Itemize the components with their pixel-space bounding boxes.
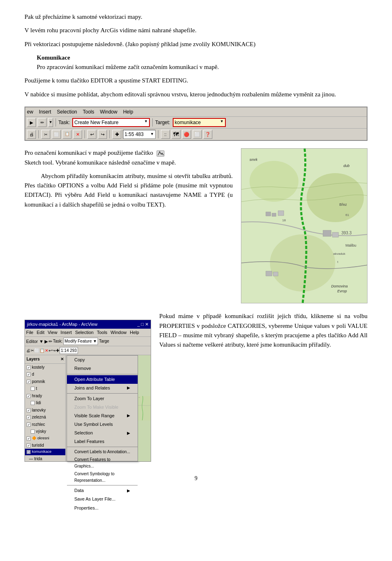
- layer-item-t[interactable]: t: [25, 385, 65, 392]
- arcview-screenshot: jirkov-mapicka1 - ArcMap - ArcView _ □ ✕…: [24, 320, 151, 462]
- layer-item-hrady[interactable]: hrady: [25, 392, 65, 400]
- delete-btn[interactable]: ✕: [73, 130, 82, 139]
- svg-rect-6: [266, 212, 271, 216]
- layer-checkbox[interactable]: [27, 372, 31, 376]
- cm-selection-arrow-icon: ▶: [127, 430, 130, 436]
- add-btn[interactable]: ✚: [112, 130, 121, 139]
- layer-checkbox[interactable]: [27, 380, 31, 384]
- av-task-label: Task:: [53, 338, 62, 345]
- cm-convert-symbology[interactable]: Convert Symbology to Representation...: [67, 470, 138, 484]
- layer-item-pomnik[interactable]: pomnik: [25, 378, 65, 385]
- cm-save-layer[interactable]: Save As Layer File...: [67, 495, 138, 503]
- layer-item-lidi[interactable]: lidi: [25, 399, 65, 407]
- cm-joins-relates[interactable]: Joins and Relates ▶: [67, 384, 138, 392]
- target-dropdown[interactable]: komunikace ▼: [173, 118, 226, 127]
- scale-dropdown[interactable]: 1:55 483 ▼: [123, 130, 156, 139]
- print-btn[interactable]: 🖨: [27, 130, 36, 139]
- av-menu-insert[interactable]: Insert: [60, 329, 72, 336]
- layer-checkbox[interactable]: [31, 430, 35, 434]
- layer-checkbox[interactable]: [27, 443, 31, 447]
- task-dropdown[interactable]: Create New Feature ▼: [72, 118, 150, 127]
- av-menu-selection[interactable]: Selection: [75, 329, 94, 336]
- menu-selection[interactable]: Selection: [57, 108, 77, 116]
- pencil-dropdown-btn[interactable]: ▼: [48, 118, 53, 127]
- target-arrow-icon: ▼: [220, 119, 224, 127]
- arcview-menubar: File Edit View Insert Selection Tools Wi…: [25, 329, 151, 337]
- cm-convert-features[interactable]: Convert Features to Graphics...: [67, 456, 138, 470]
- arrow-tool-btn[interactable]: ▶: [27, 118, 36, 127]
- layer-item-turistid[interactable]: turistid: [25, 442, 65, 449]
- cm-convert-labels[interactable]: Convert Labels to Annotation...: [67, 448, 138, 456]
- av-menu-window[interactable]: Window: [111, 329, 127, 336]
- layer-checkbox[interactable]: [27, 408, 31, 412]
- layer-checkbox[interactable]: [27, 415, 31, 419]
- cut-btn[interactable]: ✂: [41, 130, 50, 139]
- cm-sep-4: [67, 485, 138, 485]
- av-menu-edit[interactable]: Edit: [37, 329, 45, 336]
- cm-zoom-layer[interactable]: Zoom To Layer: [67, 394, 138, 403]
- menu-window[interactable]: Window: [100, 108, 118, 116]
- layer-checkbox[interactable]: [31, 401, 35, 405]
- menu-tools[interactable]: Tools: [83, 108, 94, 116]
- bottom-right-text: Pokud máme v případě komunikací rozlišit…: [159, 312, 368, 462]
- two-column-section: Pro označení komunikací v mapě použijeme…: [24, 148, 368, 303]
- cm-remove[interactable]: Remove: [67, 364, 138, 373]
- tool-2-btn[interactable]: 🗺: [172, 130, 180, 139]
- layer-item-kostely[interactable]: kostely: [25, 364, 65, 371]
- menu-insert[interactable]: Insert: [39, 108, 51, 116]
- layer-checkbox[interactable]: [31, 387, 35, 391]
- av-target-label: Targe: [99, 338, 109, 345]
- cm-open-attribute-table[interactable]: Open Attribute Table: [67, 375, 138, 384]
- layer-item-rozhlec[interactable]: rozhlec: [25, 421, 65, 428]
- layer-item-vysky[interactable]: výsky: [25, 428, 65, 435]
- layer-item-komunikace[interactable]: komunikace: [25, 449, 65, 455]
- cm-properties[interactable]: Properties...: [67, 504, 138, 512]
- toolbar-row2: 🖨 ✂ ⬜ 📋 ✕ ↩ ↪ ✚ 1:55 483 ▼ :: 🗺 🔴 ⬜ ❓: [25, 129, 367, 140]
- paste-btn[interactable]: 📋: [62, 130, 71, 139]
- cm-label-features[interactable]: Label Features: [67, 437, 138, 446]
- layer-item-okresni[interactable]: 🔶 okresni: [25, 435, 65, 442]
- arcview-sidebar: Layers ✕ kostely d: [25, 355, 66, 461]
- layer-item-zelezna[interactable]: zelezná: [25, 414, 65, 421]
- edit-pencil-btn[interactable]: ✏: [38, 118, 47, 127]
- av-editor-btn[interactable]: Editor ▼: [26, 338, 44, 345]
- tool-5-btn[interactable]: ❓: [203, 130, 212, 139]
- av-cut-icon: ✂: [31, 347, 34, 354]
- tool-3-btn[interactable]: 🔴: [182, 130, 191, 139]
- layer-item-lanovky[interactable]: lanovky: [25, 407, 65, 414]
- right-column: smrk dub Břez Domovina Evrop akvaduk t M…: [241, 148, 368, 303]
- redo-btn[interactable]: ↪: [98, 130, 107, 139]
- toolbar-menubar: ew Insert Selection Tools Window Help: [25, 107, 367, 117]
- cm-data[interactable]: Data ▶: [67, 486, 138, 495]
- menu-ew[interactable]: ew: [27, 108, 33, 116]
- undo-btn[interactable]: ↩: [87, 130, 96, 139]
- paragraph-5: Použijeme k tomu tlačítko EDITOR a spust…: [24, 76, 368, 85]
- svg-text:dub: dub: [343, 164, 350, 168]
- layer-checkbox[interactable]: [27, 365, 31, 370]
- av-menu-help[interactable]: Help: [130, 329, 139, 336]
- av-menu-view[interactable]: View: [48, 329, 58, 336]
- copy-btn[interactable]: ⬜: [52, 130, 61, 139]
- cm-visible-scale[interactable]: Visible Scale Range ▶: [67, 412, 138, 420]
- cm-selection[interactable]: Selection ▶: [67, 429, 138, 437]
- layer-checkbox[interactable]: [27, 394, 31, 398]
- layer-checkbox[interactable]: [27, 450, 31, 454]
- arcview-toolbar-1: Editor ▼ ▶ ✏ Task: Modify Feature ▼ Targ…: [25, 337, 151, 346]
- separator-6: [158, 130, 158, 138]
- context-menu[interactable]: Copy Remove Open Attribute Table Joins a…: [67, 355, 138, 461]
- layer-item-d[interactable]: d: [25, 371, 65, 378]
- layer-checkbox[interactable]: [27, 423, 31, 427]
- cm-copy[interactable]: Copy: [67, 356, 138, 364]
- arcview-toolbar-2: 🖨 ✂ ⬜ 📋 ✕ ↩ ↪ ✚ 1:14 293: [25, 346, 151, 356]
- svg-point-5: [270, 234, 335, 292]
- separator-2: [152, 118, 153, 127]
- menu-help[interactable]: Help: [123, 108, 133, 116]
- av-add-icon: ✚: [56, 347, 59, 354]
- tool-4-btn[interactable]: ⬜: [193, 130, 202, 139]
- cm-symbol-levels[interactable]: Use Symbol Levels: [67, 420, 138, 429]
- av-menu-file[interactable]: File: [26, 329, 33, 336]
- layer-item-trida[interactable]: — trida: [25, 455, 65, 461]
- tool-1-btn[interactable]: ::: [161, 130, 170, 139]
- av-menu-tools[interactable]: Tools: [97, 329, 107, 336]
- layer-checkbox[interactable]: [27, 436, 31, 441]
